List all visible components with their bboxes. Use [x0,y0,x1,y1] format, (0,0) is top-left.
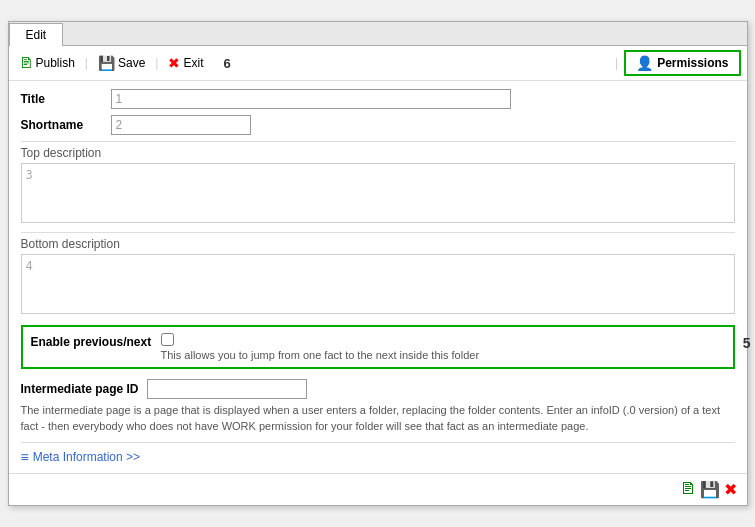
enable-content: This allows you to jump from one fact to… [161,333,480,361]
save-label: Save [118,56,145,70]
meta-lines-icon: ≡ [21,449,29,465]
exit-button[interactable]: ✖ Exit [164,53,207,73]
bottom-toolbar: 🖹 💾 ✖ [9,473,747,505]
bottom-publish-button[interactable]: 🖹 [680,480,696,498]
enable-checkbox-row [161,333,480,346]
enable-desc: This allows you to jump from one fact to… [161,349,480,361]
intermediate-label: Intermediate page ID [21,382,139,396]
permissions-icon: 👤 [636,55,653,71]
intermediate-desc: The intermediate page is a page that is … [21,403,735,434]
bottom-save-button[interactable]: 💾 [700,480,720,499]
title-input[interactable] [111,89,511,109]
shortname-input[interactable] [111,115,251,135]
sep-2: | [155,56,158,70]
tab-edit[interactable]: Edit [9,23,64,46]
intermediate-row: Intermediate page ID [21,379,735,399]
title-label: Title [21,92,111,106]
tab-bar: Edit [9,22,747,46]
bottom-exit-button[interactable]: ✖ [724,480,737,499]
enable-previous-next-section: Enable previous/next This allows you to … [21,325,735,369]
enable-checkbox[interactable] [161,333,174,346]
save-icon: 💾 [98,55,115,71]
save-button[interactable]: 💾 Save [94,53,149,73]
permissions-label: Permissions [657,56,728,70]
enable-number-badge: 5 [743,335,751,351]
toolbar: 🖹 Publish | 💾 Save | ✖ Exit 6 | 👤 Permis… [9,46,747,81]
exit-icon: ✖ [168,55,180,71]
intermediate-input[interactable] [147,379,307,399]
shortname-row: Shortname [21,115,735,135]
enable-label: Enable previous/next [31,335,161,349]
exit-label: Exit [183,56,203,70]
publish-label: Publish [36,56,75,70]
title-row: Title [21,89,735,109]
permissions-button[interactable]: 👤 Permissions [624,50,740,76]
top-desc-textarea[interactable]: 3 [21,163,735,223]
publish-button[interactable]: 🖹 Publish [15,53,79,73]
tab-edit-label: Edit [26,28,47,42]
toolbar-number: 6 [223,56,230,71]
shortname-label: Shortname [21,118,111,132]
main-window: Edit 🖹 Publish | 💾 Save | ✖ Exit 6 | 👤 [8,21,748,506]
meta-information-link[interactable]: ≡ Meta Information >> [21,442,735,465]
meta-link-label: Meta Information >> [33,450,140,464]
bottom-desc-textarea[interactable]: 4 [21,254,735,314]
publish-icon: 🖹 [19,55,33,71]
bottom-desc-label: Bottom description [21,232,735,251]
toolbar-left: 🖹 Publish | 💾 Save | ✖ Exit 6 [15,53,614,73]
sep-3: | [615,56,618,70]
form-body: Title Shortname Top description 3 Bottom… [9,81,747,473]
sep-1: | [85,56,88,70]
top-desc-label: Top description [21,141,735,160]
